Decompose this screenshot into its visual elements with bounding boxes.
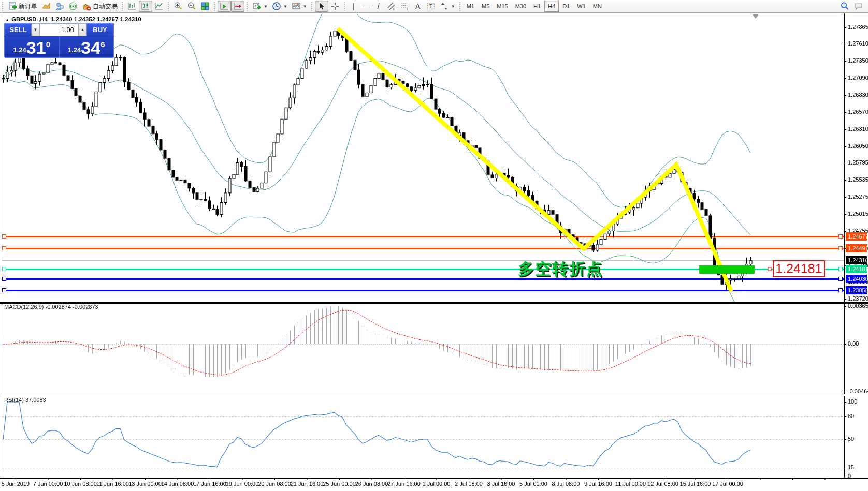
clock-icon — [272, 2, 281, 11]
sell-price-sup: 0 — [46, 40, 50, 49]
toolbar-right — [840, 2, 868, 11]
trade-panel-prices: 1.24310 1.24346 — [5, 36, 113, 57]
chart-annotation-text[interactable]: 多空转折点 — [518, 258, 603, 280]
toolbar-grip — [459, 2, 461, 11]
arrows-caret[interactable]: ▼ — [451, 4, 455, 9]
crosshair-tool-button[interactable] — [328, 1, 342, 12]
candlestick-chart-button[interactable] — [139, 1, 152, 12]
indicators-caret[interactable]: ▼ — [303, 4, 307, 9]
hline-icon: — — [363, 3, 370, 10]
svg-text:E: E — [393, 7, 396, 11]
sell-button[interactable]: SELL — [5, 23, 32, 36]
period-caret[interactable]: ▼ — [283, 4, 287, 9]
buy-price-sup: 6 — [100, 40, 105, 49]
signal-icon — [68, 2, 78, 11]
chat-icon[interactable] — [853, 2, 863, 11]
sell-price[interactable]: 1.24310 — [5, 36, 60, 57]
mt4-window: 新订单 自动交易 — [0, 0, 868, 491]
text-tool-button[interactable]: A — [412, 1, 424, 12]
autotrade-button[interactable]: 自动交易 — [80, 1, 120, 12]
hline-tool-button[interactable]: — — [360, 1, 372, 12]
timeframe-group: M1M5M15M30H1H4D1W1MN — [463, 1, 605, 12]
market-watch-button[interactable] — [53, 1, 66, 12]
fibonacci-icon: F — [400, 2, 410, 11]
timeframe-H4[interactable]: H4 — [544, 1, 559, 12]
timeframe-MN[interactable]: MN — [589, 1, 605, 12]
text-label-icon: T — [426, 2, 436, 11]
zoom-out-button[interactable] — [185, 1, 198, 12]
buy-button[interactable]: BUY — [86, 23, 113, 36]
toolbar-grip — [2, 2, 4, 11]
tile-windows-button[interactable] — [198, 1, 212, 12]
toolbar-grip — [167, 2, 170, 11]
signal-button[interactable] — [66, 1, 80, 12]
period-button[interactable]: ▼ — [270, 1, 290, 12]
channel-tool-button[interactable]: E — [385, 1, 398, 12]
tile-windows-icon — [200, 2, 210, 11]
toolbar-grip — [311, 2, 313, 11]
timeframe-W1[interactable]: W1 — [573, 1, 589, 12]
new-chart-button[interactable]: ▼ — [250, 1, 270, 12]
gold-profile-icon — [41, 2, 51, 11]
toolbar-grip — [213, 2, 216, 11]
buy-price-prefix: 1.24 — [68, 46, 81, 54]
new-order-button[interactable]: 新订单 — [6, 1, 39, 12]
volume-down-button[interactable]: ▼ — [32, 23, 39, 36]
indicators-button[interactable]: ▼ — [290, 1, 309, 12]
cursor-tool-button[interactable] — [315, 1, 328, 12]
text-label-tool-button[interactable]: T — [424, 1, 438, 12]
toolbar-grip — [121, 2, 124, 11]
trendline-tool-button[interactable]: / — [372, 1, 385, 12]
chart-profile-button[interactable] — [39, 1, 53, 12]
vline-icon: | — [353, 3, 355, 10]
arrows-tool-button[interactable]: ▼ — [438, 1, 457, 12]
timeframe-M30[interactable]: M30 — [512, 1, 530, 12]
volume-input[interactable]: 1.00 — [39, 23, 79, 36]
svg-text:T: T — [429, 4, 432, 9]
trade-panel-controls: SELL ▼ 1.00 ▲ BUY — [5, 23, 113, 36]
autoscroll-button[interactable] — [218, 1, 231, 12]
ohlc-values: 1.24340 1.24352 1.24267 1.24310 — [51, 16, 141, 22]
buy-price[interactable]: 1.24346 — [60, 36, 114, 57]
timeframe-M1[interactable]: M1 — [463, 1, 478, 12]
symbol-name: GBPUSD-,H4 — [11, 16, 48, 22]
timeframe-D1[interactable]: D1 — [559, 1, 573, 12]
line-chart-button[interactable] — [152, 1, 166, 12]
zoom-in-button[interactable] — [171, 1, 185, 12]
bar-chart-icon — [127, 2, 137, 11]
timeframe-M15[interactable]: M15 — [493, 1, 511, 12]
channel-icon: E — [387, 2, 396, 11]
svg-text:F: F — [407, 7, 409, 11]
search-icon[interactable] — [840, 2, 849, 11]
new-chart-caret[interactable]: ▼ — [264, 4, 268, 9]
new-order-icon — [8, 2, 17, 11]
text-icon: A — [415, 3, 420, 10]
toolbar-grip — [343, 2, 346, 11]
chart-canvas[interactable] — [0, 0, 868, 491]
line-chart-icon — [154, 2, 164, 11]
chart-shift-button[interactable] — [231, 1, 244, 12]
toolbar-grip — [246, 2, 249, 11]
zoom-out-icon — [187, 2, 196, 11]
fibonacci-tool-button[interactable]: F — [398, 1, 412, 12]
symbol-header: ▲GBPUSD-,H4 1.24340 1.24352 1.24267 1.24… — [5, 16, 141, 22]
timeframe-M5[interactable]: M5 — [478, 1, 493, 12]
timeframe-H1[interactable]: H1 — [530, 1, 544, 12]
volume-up-button[interactable]: ▲ — [79, 23, 86, 36]
price-callout-label[interactable]: 1.24181 — [773, 260, 825, 277]
main-toolbar: 新订单 自动交易 — [0, 0, 868, 13]
trendline-icon: / — [378, 3, 380, 10]
new-chart-icon — [252, 2, 262, 11]
candlestick-chart-icon — [141, 2, 150, 11]
bar-chart-button[interactable] — [125, 1, 139, 12]
autotrade-icon — [82, 2, 91, 11]
chart-shift-icon — [233, 2, 242, 11]
collapse-arrow-icon[interactable]: ▲ — [5, 18, 9, 22]
sell-price-big: 31 — [26, 40, 46, 56]
vline-tool-button[interactable]: | — [348, 1, 360, 12]
buy-price-big: 34 — [81, 40, 100, 56]
autoscroll-icon — [220, 2, 229, 11]
cursor-icon — [317, 2, 326, 11]
one-click-trade-panel: SELL ▼ 1.00 ▲ BUY 1.24310 1.24346 — [4, 23, 114, 58]
indicators-icon — [292, 2, 301, 11]
